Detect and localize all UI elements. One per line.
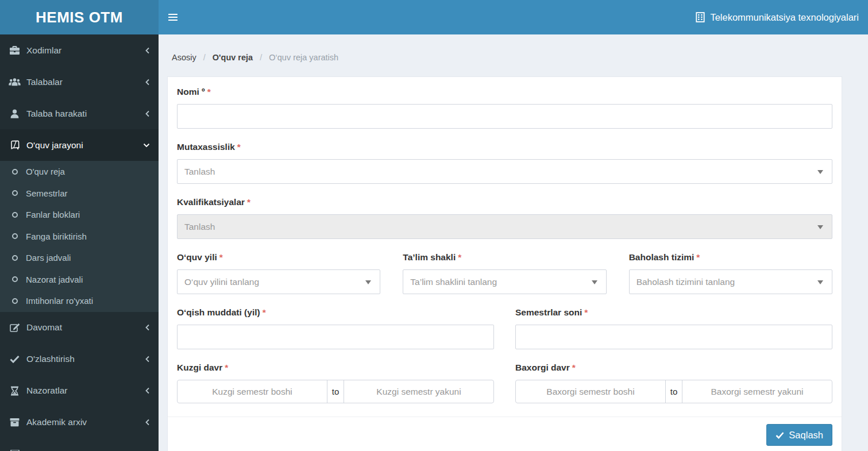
sidebar: Xodimlar Talabalar Talaba harakati [0, 34, 159, 451]
semestrlar-soni-label: Semestrlar soni* [515, 307, 832, 318]
sidebar-submenu-oquv-jarayoni: O'quv reja Semestrlar Fanlar bloklari Fa… [0, 161, 159, 312]
caret-down-icon [817, 225, 823, 229]
kvalifikatsiyalar-select[interactable]: Tanlash [177, 214, 832, 239]
semestrlar-soni-input[interactable] [515, 325, 832, 349]
oquv-yili-label: O‘quv yili* [177, 252, 380, 263]
submenu-item-label: Dars jadvali [26, 253, 71, 263]
sidebar-item-xodimlar[interactable]: Xodimlar [0, 34, 159, 66]
chevron-left-icon [145, 324, 150, 331]
edit-icon [8, 323, 21, 333]
kuzgi-davr-start-input[interactable] [178, 380, 327, 403]
archive-icon [8, 418, 21, 427]
submenu-item-oquv-reja[interactable]: O'quv reja [0, 161, 159, 183]
submenu-item-fanlar-bloklari[interactable]: Fanlar bloklari [0, 204, 159, 226]
oqish-muddati-input[interactable] [177, 325, 494, 349]
submenu-item-fanga-biriktirish[interactable]: Fanga biriktirish [0, 226, 159, 248]
required-marker: * [225, 363, 228, 372]
submenu-item-dars-jadvali[interactable]: Dars jadvali [0, 247, 159, 269]
sidebar-item-talaba-harakati[interactable]: Talaba harakati [0, 98, 159, 129]
field-oqish-muddati: O‘qish muddati (yil)* [177, 307, 494, 349]
breadcrumb-current: O‘quv reja yaratish [269, 53, 338, 62]
chevron-left-icon [145, 387, 150, 394]
form-panel: Nomi º* Mutaxassislik* Tanlash Kvalifika [167, 76, 842, 451]
form-body: Nomi º* Mutaxassislik* Tanlash Kvalifika [168, 77, 842, 417]
sidebar-item-talabalar[interactable]: Talabalar [0, 66, 159, 98]
chevron-down-icon [143, 142, 150, 148]
university-name: Telekommunikatsiya texnologiyalari [710, 12, 859, 23]
sidebar-toggle-button[interactable] [159, 0, 187, 34]
range-separator: to [665, 380, 682, 403]
app-logo[interactable]: HEMIS OTM [0, 0, 159, 34]
current-university: Telekommunikatsiya texnologiyalari [696, 12, 868, 23]
baholash-tizimi-select[interactable]: Baholash tizimini tanlang [629, 269, 832, 294]
sidebar-item-label: Akademik arxiv [26, 417, 87, 427]
breadcrumb-parent-link[interactable]: O'quv reja [213, 53, 253, 62]
users-icon [8, 78, 21, 87]
required-marker: * [458, 252, 461, 262]
field-nomi: Nomi º* [177, 87, 832, 129]
sidebar-item-ozlashtirish[interactable]: O'zlashtirish [0, 344, 159, 375]
baxorgi-davr-start-input[interactable] [516, 380, 665, 403]
save-button-label: Saqlash [789, 430, 823, 441]
nomi-input[interactable] [177, 104, 832, 129]
sidebar-item-label: O'zlashtirish [26, 354, 75, 364]
save-button[interactable]: Saqlash [766, 424, 832, 446]
sidebar-item-label: Talaba harakati [26, 109, 87, 119]
caret-down-icon [817, 280, 823, 284]
select-placeholder: Tanlash [184, 167, 215, 177]
chevron-left-icon [145, 110, 150, 117]
submenu-item-imtihonlar-royxati[interactable]: Imtihonlar ro'yxati [0, 290, 159, 312]
select-placeholder: O‘quv yilini tanlang [184, 277, 259, 287]
submenu-item-label: O'quv reja [26, 167, 65, 176]
check-icon [776, 431, 784, 439]
kuzgi-davr-end-input[interactable] [344, 380, 493, 403]
circle-o-icon [9, 233, 21, 239]
user-icon [8, 109, 21, 118]
required-marker: * [219, 252, 223, 262]
range-separator: to [327, 380, 344, 403]
talim-shakli-select[interactable]: Ta’lim shaklini tanlang [403, 269, 606, 294]
required-marker: * [696, 252, 700, 262]
baxorgi-davr-range: to [515, 380, 832, 403]
oquv-yili-select[interactable]: O‘quv yilini tanlang [177, 269, 380, 294]
chevron-left-icon [145, 47, 150, 54]
caret-down-icon [817, 170, 823, 174]
sidebar-item-label: Talabalar [26, 77, 63, 87]
mutaxassislik-select[interactable]: Tanlash [177, 159, 832, 184]
check-icon [8, 355, 21, 363]
book-icon [8, 140, 21, 150]
hamburger-icon [168, 12, 178, 22]
breadcrumb: Asosiy / O'quv reja / O‘quv reja yaratis… [159, 34, 868, 76]
baxorgi-davr-label: Baxorgi davr* [515, 363, 832, 373]
sidebar-item-oquv-jarayoni[interactable]: O'quv jarayoni [0, 129, 159, 161]
sidebar-item-label: Xodimlar [26, 45, 61, 56]
field-kuzgi-davr: Kuzgi davr* to [177, 363, 494, 403]
breadcrumb-separator: / [260, 53, 262, 62]
field-kvalifikatsiyalar: Kvalifikatsiyalar* Tanlash [177, 197, 832, 239]
sidebar-item-davomat[interactable]: Davomat [0, 312, 159, 344]
navbar: Telekommunikatsiya texnologiyalari [159, 0, 868, 34]
submenu-item-label: Imtihonlar ro'yxati [26, 296, 93, 306]
nomi-label: Nomi º* [177, 87, 832, 97]
submenu-item-label: Fanga biriktirish [26, 232, 87, 241]
sidebar-item-partial[interactable] [0, 438, 159, 451]
circle-o-icon [9, 169, 21, 175]
circle-o-icon [9, 212, 21, 218]
baholash-tizimi-label: Baholash tizimi* [629, 252, 832, 263]
chevron-left-icon [145, 79, 150, 86]
sidebar-item-nazoratlar[interactable]: Nazoratlar [0, 375, 159, 407]
breadcrumb-separator: / [203, 53, 206, 62]
submenu-item-nazorat-jadvali[interactable]: Nazorat jadvali [0, 269, 159, 291]
kvalifikatsiyalar-label: Kvalifikatsiyalar* [177, 197, 832, 207]
required-marker: * [247, 197, 250, 207]
oqish-muddati-label: O‘qish muddati (yil)* [177, 307, 494, 318]
field-mutaxassislik: Mutaxassislik* Tanlash [177, 142, 832, 184]
breadcrumb-home-link[interactable]: Asosiy [172, 53, 196, 62]
sidebar-item-akademik-arxiv[interactable]: Akademik arxiv [0, 407, 159, 438]
submenu-item-semestrlar[interactable]: Semestrlar [0, 183, 159, 205]
sidebar-item-label: Davomat [26, 322, 62, 333]
field-semestrlar-soni: Semestrlar soni* [515, 307, 832, 349]
sidebar-item-label: O'quv jarayoni [26, 140, 83, 151]
submenu-item-label: Fanlar bloklari [26, 210, 80, 219]
baxorgi-davr-end-input[interactable] [682, 380, 832, 403]
